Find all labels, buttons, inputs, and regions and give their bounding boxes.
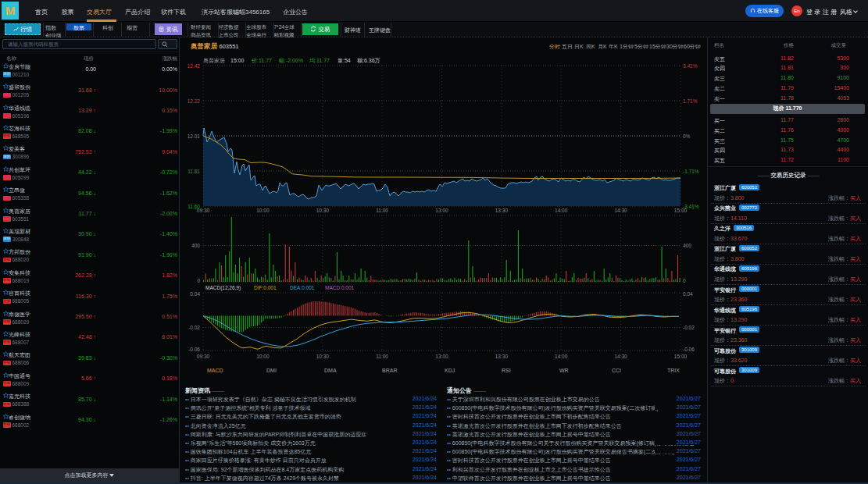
svg-text:14:30: 14:30: [614, 208, 627, 213]
svg-text:400: 400: [683, 243, 691, 248]
svg-text:幅:-2.00%: 幅:-2.00%: [279, 58, 303, 64]
svg-text:DIF:0.001: DIF:0.001: [254, 285, 277, 290]
svg-text:-0.02: -0.02: [683, 325, 695, 330]
svg-text:DEA:0.001: DEA:0.001: [290, 285, 315, 290]
svg-text:12.22: 12.22: [188, 98, 201, 104]
svg-text:13:00: 13:00: [435, 208, 448, 213]
svg-text:12.01: 12.01: [188, 133, 201, 139]
svg-text:MACD(12,26,9): MACD(12,26,9): [205, 285, 241, 291]
svg-text:0.04: 0.04: [683, 291, 693, 297]
svg-text:09:30: 09:30: [197, 208, 210, 213]
svg-text:13:00: 13:00: [435, 354, 448, 359]
svg-text:1.71%: 1.71%: [683, 98, 698, 104]
svg-text:15:00: 15:00: [674, 354, 688, 359]
svg-text:额:6.36万: 额:6.36万: [357, 58, 380, 63]
svg-text:MACD:0.001: MACD:0.001: [325, 285, 355, 290]
svg-text:量:54: 量:54: [338, 58, 351, 63]
svg-text:10:00: 10:00: [256, 208, 270, 213]
svg-text:14:00: 14:00: [555, 208, 568, 213]
svg-text:12.42: 12.42: [188, 63, 201, 69]
svg-text:3.41%: 3.41%: [683, 63, 698, 69]
svg-text:-0.06: -0.06: [188, 347, 200, 352]
svg-text:11:00: 11:00: [376, 208, 388, 213]
svg-text:价:11.77: 价:11.77: [251, 58, 272, 63]
svg-text:400: 400: [191, 243, 200, 248]
svg-text:-0.06: -0.06: [683, 347, 695, 352]
svg-text:14:30: 14:30: [614, 354, 627, 359]
svg-text:15:00: 15:00: [674, 208, 688, 213]
svg-text:09:30: 09:30: [197, 354, 210, 359]
svg-text:0: 0: [683, 278, 686, 283]
svg-text:15:00: 15:00: [230, 58, 245, 63]
svg-text:奥普家居: 奥普家居: [203, 57, 225, 64]
svg-text:14:00: 14:00: [555, 354, 568, 359]
svg-text:0%: 0%: [683, 133, 691, 139]
svg-text:11:00: 11:00: [376, 354, 388, 359]
svg-text:10:30: 10:30: [316, 354, 330, 359]
svg-text:0: 0: [197, 278, 200, 283]
svg-text:10:00: 10:00: [256, 354, 270, 359]
svg-text:10:30: 10:30: [316, 208, 330, 213]
svg-text:-0.02: -0.02: [188, 325, 200, 330]
svg-text:13:30: 13:30: [495, 354, 509, 359]
svg-text:13:30: 13:30: [495, 208, 509, 213]
svg-text:0.04: 0.04: [190, 291, 200, 297]
svg-text:均:11.77: 均:11.77: [309, 58, 330, 63]
svg-text:11.81: 11.81: [188, 169, 200, 174]
svg-text:-1.71%: -1.71%: [683, 169, 699, 174]
